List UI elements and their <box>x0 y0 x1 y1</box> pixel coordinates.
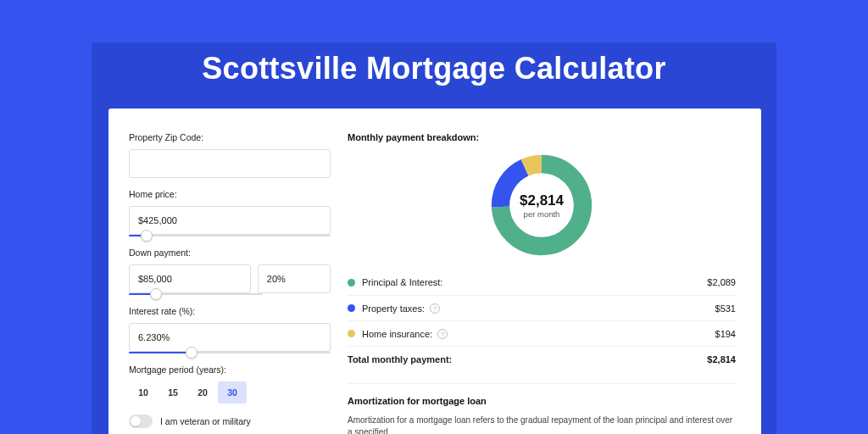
down-label: Down payment: <box>129 248 331 258</box>
donut-chart: $2,814 per month <box>487 151 596 259</box>
period-option-30[interactable]: 30 <box>218 381 247 403</box>
down-amount-input[interactable] <box>129 264 251 293</box>
page-title: Scottsville Mortgage Calculator <box>0 51 868 86</box>
price-label: Home price: <box>129 189 331 199</box>
rate-slider-fill <box>129 352 192 353</box>
zip-field: Property Zip Code: <box>129 132 331 178</box>
period-option-20[interactable]: 20 <box>188 381 217 403</box>
legend-row-principal: Principal & Interest: $2,089 <box>348 270 736 295</box>
rate-input[interactable] <box>129 323 331 352</box>
donut-sub: per month <box>524 209 560 219</box>
legend-name: Home insurance: <box>362 329 432 339</box>
amort-title: Amortization for mortgage loan <box>348 396 736 406</box>
veteran-toggle[interactable] <box>129 415 153 428</box>
legend-row-insurance: Home insurance: ? $194 <box>348 320 736 346</box>
down-slider[interactable] <box>129 293 263 295</box>
amort-text: Amortization for a mortgage loan refers … <box>348 415 736 434</box>
legend-amount: $2,089 <box>707 277 736 287</box>
zip-input[interactable] <box>129 149 331 178</box>
price-input[interactable] <box>129 206 331 235</box>
dot-icon <box>348 304 355 312</box>
donut-center: $2,814 per month <box>487 151 596 259</box>
legend-name: Property taxes: <box>362 303 425 314</box>
rate-slider-thumb[interactable] <box>186 347 198 359</box>
dot-icon <box>348 279 355 287</box>
legend-row-total: Total monthly payment: $2,814 <box>348 346 736 371</box>
down-slider-thumb[interactable] <box>150 288 162 300</box>
legend-amount: $531 <box>715 303 736 314</box>
donut-chart-wrap: $2,814 per month <box>348 151 736 259</box>
dot-icon <box>348 330 355 337</box>
price-slider-thumb[interactable] <box>141 230 153 242</box>
rate-slider[interactable] <box>129 352 331 353</box>
legend-total-label: Total monthly payment: <box>348 354 452 364</box>
period-label: Mortgage period (years): <box>129 364 331 375</box>
veteran-label: I am veteran or military <box>160 416 251 426</box>
info-icon[interactable]: ? <box>430 303 440 314</box>
donut-value: $2,814 <box>520 192 564 209</box>
veteran-row: I am veteran or military <box>129 415 331 428</box>
info-icon[interactable]: ? <box>437 329 448 339</box>
breakdown-title: Monthly payment breakdown: <box>348 132 736 142</box>
period-option-10[interactable]: 10 <box>129 381 158 403</box>
legend-total-amount: $2,814 <box>707 354 736 364</box>
calculator-card: Property Zip Code: Home price: Down paym… <box>108 108 761 434</box>
legend: Principal & Interest: $2,089 Property ta… <box>348 270 736 371</box>
price-field: Home price: <box>129 189 331 236</box>
rate-field: Interest rate (%): <box>129 306 331 353</box>
inputs-column: Property Zip Code: Home price: Down paym… <box>129 132 331 434</box>
legend-row-taxes: Property taxes: ? $531 <box>348 295 736 320</box>
zip-label: Property Zip Code: <box>129 132 331 142</box>
period-field: Mortgage period (years): 10 15 20 30 <box>129 364 331 403</box>
results-column: Monthly payment breakdown: $2,814 per mo… <box>348 132 736 434</box>
legend-name: Principal & Interest: <box>362 277 442 287</box>
period-option-15[interactable]: 15 <box>159 381 187 403</box>
price-slider[interactable] <box>129 235 331 236</box>
period-options: 10 15 20 30 <box>129 381 331 403</box>
amortization-section: Amortization for mortgage loan Amortizat… <box>348 383 736 434</box>
down-field: Down payment: <box>129 248 331 295</box>
down-percent-input[interactable] <box>258 264 331 293</box>
rate-label: Interest rate (%): <box>129 306 331 316</box>
legend-amount: $194 <box>715 329 736 339</box>
